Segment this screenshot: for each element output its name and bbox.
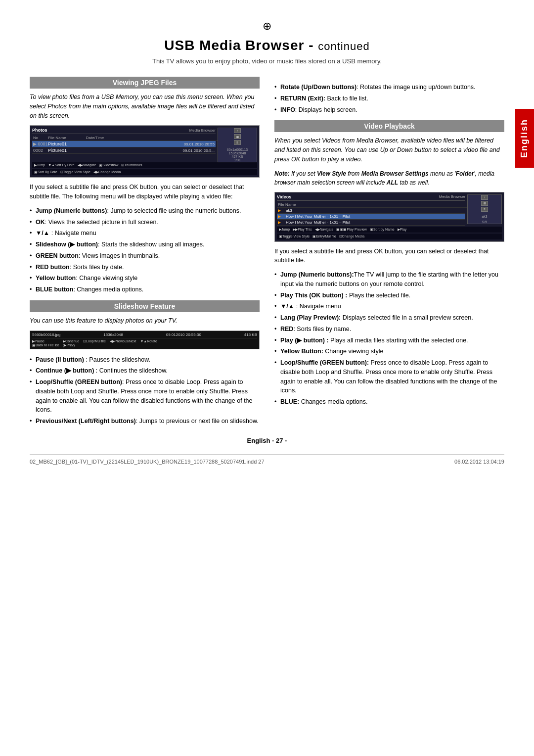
video-row-2: ▶ How I Met Your Mother - 1x01 – Pilot bbox=[277, 214, 465, 220]
bullet-green: GREEN button: Views images in thumbnails… bbox=[30, 250, 260, 262]
v-bullet-play: Play (▶ button) : Plays all media files … bbox=[274, 335, 504, 346]
photos-bottom-bar: ▶Jump ▼▲Sort By Date ◀▶Navigate ▣Slidesh… bbox=[32, 162, 257, 168]
jpeg-body-text: If you select a subtitle file and press … bbox=[30, 183, 260, 201]
video-screen-mockup: ↑ ⊞ ≡ ak3 S/5 Videos Media Browser File … bbox=[274, 192, 504, 242]
video-icon-2: ⊞ bbox=[481, 201, 488, 206]
bullet-jump: Jump (Numeric buttons): Jump to selected… bbox=[30, 205, 260, 217]
bullet-pause: Pause (II button) : Pauses the slideshow… bbox=[30, 354, 260, 366]
bullet-navigate: ▼/▲ : Navigate menu bbox=[30, 228, 260, 239]
video-title-bar: Videos Media Browser bbox=[277, 194, 465, 201]
photo-row-2: 0002 Picture01 09.01.2010 20:5... bbox=[32, 147, 216, 154]
right-column: Rotate (Up/Down buttons): Rotates the im… bbox=[274, 77, 504, 432]
bullet-return: RETURN (Exit): Back to file list. bbox=[274, 93, 504, 104]
video-row-1: ▶ ak3 bbox=[277, 208, 465, 214]
slideshow-screen-mockup: 5660b00016.jpg 1536x2048 09.012010 20:55… bbox=[30, 331, 260, 349]
left-column: Viewing JPEG Files To view photo files f… bbox=[30, 77, 260, 432]
section-header-slideshow: Slideshow Feature bbox=[30, 300, 260, 312]
bullet-yellow: Yellow button: Change viewing style bbox=[30, 273, 260, 284]
jpeg-bullet-list: Jump (Numeric buttons): Jump to selected… bbox=[30, 205, 260, 295]
footer-right: 06.02.2012 13:04:19 bbox=[454, 459, 504, 465]
photos-bottom-bar-2: ▣Sort By Date ⊡Toggle View Style ◀▶Chang… bbox=[32, 169, 257, 175]
right-top-bullets: Rotate (Up/Down buttons): Rotates the im… bbox=[274, 82, 504, 115]
jpeg-intro: To view photo files from a USB Memory, y… bbox=[30, 93, 260, 120]
bullet-ok: OK: Views the selected picture in full s… bbox=[30, 217, 260, 228]
bullet-rotate: Rotate (Up/Down buttons): Rotates the im… bbox=[274, 82, 504, 93]
slideshow-intro: You can use this feature to display phot… bbox=[30, 316, 260, 326]
slideshow-bullet-list: Pause (II button) : Pauses the slideshow… bbox=[30, 354, 260, 427]
video-bottom-bar-1: ▶Jump ▶▶Play This ◀▶Navigate ▣▣▣Play Pre… bbox=[277, 227, 502, 233]
screen-icon-2: ⊞ bbox=[234, 134, 241, 139]
page-subtitle: This TV allows you to enjoy photo, video… bbox=[30, 57, 504, 65]
video-icon-1: ↑ bbox=[481, 195, 488, 200]
photos-title-bar: Photos Media Browser bbox=[32, 128, 216, 134]
video-icon-3: ≡ bbox=[481, 207, 488, 212]
bullet-loop-shuffle: Loop/Shuffle (GREEN button): Press once … bbox=[30, 377, 260, 416]
v-bullet-blue: BLUE: Changes media options. bbox=[274, 396, 504, 408]
video-bullet-list: Jump (Numeric buttons):The TV will jump … bbox=[274, 269, 504, 408]
screen-icon-1: ↑ bbox=[234, 128, 241, 133]
v-bullet-yellow: Yellow Button: Change viewing style bbox=[274, 346, 504, 357]
language-tab: English bbox=[515, 109, 534, 168]
v-bullet-play-this: Play This (OK button) : Plays the select… bbox=[274, 290, 504, 301]
bullet-slideshow: Slideshow (▶ button): Starts the slidesh… bbox=[30, 239, 260, 250]
bullet-prev-next: Previous/Next (Left/Right buttons): Jump… bbox=[30, 416, 260, 427]
photo-row-1: ▶ 0001 Picture01 09.01.2010 20:55 bbox=[32, 141, 216, 147]
bullet-info: INFO: Displays help screen. bbox=[274, 104, 504, 116]
page-footer: 02_MB62_[GB]_(01-TV)_IDTV_(22145LED_1910… bbox=[30, 454, 504, 465]
photos-screen-mockup: ↑ ⊞ ≡ 60x1a000113 1536x2048 427 KB 1/01 … bbox=[30, 125, 260, 178]
bullet-red: RED button: Sorts files by date. bbox=[30, 262, 260, 273]
slideshow-bottom-bar: ▶Pause▣Back to File list ▶Continue(▶Prev… bbox=[32, 338, 257, 347]
video-row-3: ▶ How I Met Your Mother - 1x01 – Pilot bbox=[277, 220, 465, 226]
v-bullet-navigate: ▼/▲ : Navigate menu bbox=[274, 301, 504, 312]
footer-left: 02_MB62_[GB]_(01-TV)_IDTV_(22145LED_1910… bbox=[30, 459, 265, 465]
video-note: Note: If you set View Style from Media B… bbox=[274, 169, 504, 187]
compass-decoration: ⊕ bbox=[30, 20, 504, 33]
section-header-video: Video Playback bbox=[274, 120, 504, 132]
video-body-text: If you select a subtitle file and press … bbox=[274, 247, 504, 266]
screen-icon-3: ≡ bbox=[234, 140, 241, 145]
bullet-continue: Continue (▶ button) : Continues the slid… bbox=[30, 365, 260, 377]
v-bullet-lang: Lang (Play Preview): Displays selected f… bbox=[274, 312, 504, 324]
bullet-blue: BLUE button: Changes media options. bbox=[30, 284, 260, 295]
video-bottom-bar-2: ▣Toggle View Style ▣Entry/Mul file ⊡Chan… bbox=[277, 234, 502, 239]
v-bullet-loop: Loop/Shuffle (GREEN button): Press once … bbox=[274, 357, 504, 396]
page-title: USB Media Browser - continued bbox=[30, 38, 504, 53]
v-bullet-red: RED: Sorts files by name. bbox=[274, 324, 504, 335]
section-header-jpeg: Viewing JPEG Files bbox=[30, 77, 260, 89]
video-intro: When you select Videos from Media Browse… bbox=[274, 136, 504, 164]
v-bullet-jump: Jump (Numeric buttons):The TV will jump … bbox=[274, 269, 504, 290]
page-number: English - 27 - bbox=[30, 437, 504, 444]
